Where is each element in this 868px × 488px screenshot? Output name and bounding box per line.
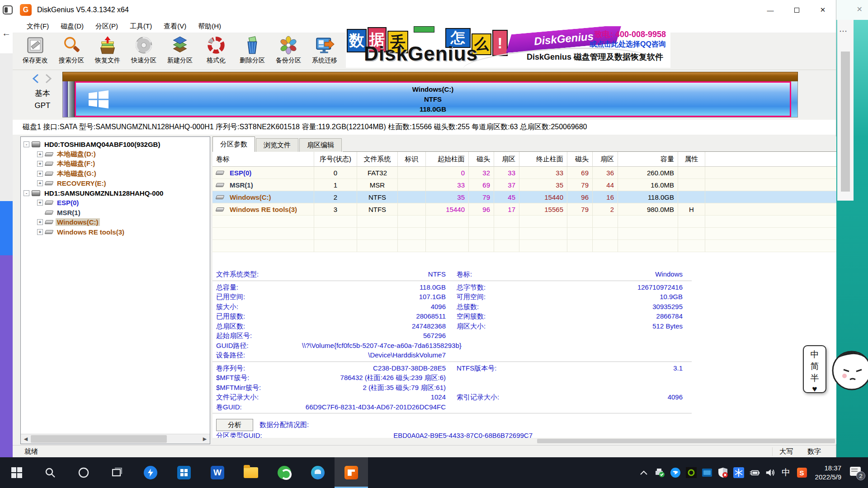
prev-disk-icon[interactable] bbox=[32, 74, 40, 84]
status-bar: 就绪 大写 数字 bbox=[13, 445, 836, 457]
tree-item-local-f[interactable]: + 本地磁盘(F:) bbox=[21, 159, 210, 169]
action-center-button[interactable]: 2 bbox=[850, 466, 863, 479]
tree-expand-icon[interactable]: + bbox=[37, 161, 43, 167]
scrollbar-thumb[interactable] bbox=[537, 439, 835, 443]
app-icon-thunder[interactable] bbox=[134, 457, 167, 488]
windows-start-icon bbox=[11, 467, 23, 479]
quick-partition-button[interactable]: 快速分区 bbox=[126, 33, 162, 70]
security-shield-tray-icon[interactable] bbox=[717, 467, 728, 478]
printer-tray-icon[interactable] bbox=[654, 467, 665, 478]
disk-band bbox=[62, 72, 798, 81]
tree-expand-icon[interactable]: + bbox=[37, 171, 43, 177]
tree-item-msr[interactable]: MSR(1) bbox=[21, 208, 210, 218]
tree-item-label[interactable]: Windows RE tools(3) bbox=[56, 228, 126, 236]
background-scrollbar bbox=[837, 20, 854, 201]
menu-view[interactable]: 查看(V) bbox=[158, 22, 192, 31]
nvidia-tray-icon[interactable] bbox=[686, 467, 697, 478]
tree-horizontal-scrollbar[interactable]: ◀ ▶ bbox=[21, 434, 210, 444]
cortana-button[interactable] bbox=[67, 457, 100, 488]
delete-partition-button[interactable]: 删除分区 bbox=[234, 33, 270, 70]
app-icon-file-explorer[interactable] bbox=[234, 457, 268, 488]
partition-block-esp[interactable] bbox=[63, 81, 68, 117]
scrollbar-thumb[interactable] bbox=[31, 435, 167, 443]
volume-tray-icon[interactable] bbox=[765, 467, 776, 478]
backup-partition-button[interactable]: 备份分区 bbox=[270, 33, 307, 70]
tree-expand-icon[interactable]: + bbox=[37, 219, 43, 225]
menu-tools[interactable]: 工具(T) bbox=[124, 22, 158, 31]
tree-collapse-icon[interactable]: - bbox=[24, 141, 29, 147]
menu-disk[interactable]: 磁盘(D) bbox=[55, 22, 90, 31]
ime-language-tray-icon[interactable]: 中 bbox=[781, 467, 792, 478]
battery-tray-icon[interactable] bbox=[749, 467, 760, 478]
tab-browse-files[interactable]: 浏览文件 bbox=[256, 138, 298, 152]
content-horizontal-scrollbar[interactable] bbox=[212, 438, 836, 444]
new-partition-button[interactable]: 新建分区 bbox=[162, 33, 198, 70]
tree-expand-icon[interactable]: + bbox=[37, 151, 43, 157]
app-icon-diskgenius-active[interactable] bbox=[335, 457, 368, 488]
tree-item-label[interactable]: 本地磁盘(F:) bbox=[56, 160, 96, 168]
dingtalk-tray-icon[interactable] bbox=[670, 467, 681, 478]
tree-item-label[interactable]: ESP(0) bbox=[56, 199, 80, 206]
task-view-button[interactable] bbox=[100, 457, 134, 488]
recover-files-button[interactable]: 恢复文件 bbox=[90, 33, 126, 70]
tree-expand-icon[interactable]: + bbox=[37, 229, 43, 235]
search-partition-button[interactable]: 搜索分区 bbox=[53, 33, 90, 70]
tree-item-label[interactable]: HD0:TOSHIBAMQ04ABF100(932GB) bbox=[43, 141, 161, 148]
tree-item-label[interactable]: RECOVERY(E:) bbox=[56, 179, 108, 187]
app-icon-store[interactable] bbox=[167, 457, 201, 488]
next-disk-icon[interactable] bbox=[44, 74, 52, 84]
partition-icon bbox=[216, 207, 225, 211]
app-icon-360-browser[interactable] bbox=[268, 457, 301, 488]
scroll-right-arrow[interactable]: ▶ bbox=[200, 434, 210, 444]
menu-partition[interactable]: 分区(P) bbox=[90, 22, 124, 31]
tree-collapse-icon[interactable]: - bbox=[24, 190, 29, 196]
partition-block-windows-c[interactable]: Windows(C:) NTFS 118.0GB bbox=[75, 81, 791, 117]
menu-file[interactable]: 文件(F) bbox=[21, 22, 55, 31]
maximize-button[interactable] bbox=[783, 0, 810, 20]
tray-expand-chevron[interactable] bbox=[638, 467, 649, 478]
scroll-left-arrow[interactable]: ◀ bbox=[21, 434, 31, 444]
tree-item-label[interactable]: 本地磁盘(D:) bbox=[56, 150, 97, 159]
system-migration-button[interactable]: 系统迁移 bbox=[307, 33, 343, 70]
ime-status-card[interactable]: 中 简 半 ♥ bbox=[803, 345, 826, 393]
analyze-button[interactable]: 分析 bbox=[216, 419, 253, 431]
minimize-button[interactable]: — bbox=[757, 0, 783, 20]
tree-item-local-d[interactable]: + 本地磁盘(D:) bbox=[21, 150, 210, 160]
tree-item-label[interactable]: HD1:SAMSUNGMZNLN128HAHQ-000 bbox=[43, 189, 165, 197]
tree-item-windows-c[interactable]: + Windows(C:) bbox=[21, 217, 210, 227]
close-button[interactable]: ✕ bbox=[810, 0, 836, 20]
partition-block-msr[interactable] bbox=[68, 81, 75, 117]
format-button[interactable]: 格式化 bbox=[198, 33, 234, 70]
tree-item-windows-re[interactable]: + Windows RE tools(3) bbox=[21, 227, 210, 237]
taskbar-clock[interactable]: 18:37 2022/5/9 bbox=[815, 464, 841, 482]
table-row-windows-re[interactable]: Windows RE tools(3) 3 NTFS 15440 96 17 1… bbox=[212, 203, 836, 216]
tree-item-label[interactable]: 本地磁盘(G:) bbox=[56, 169, 98, 178]
app-icon-word[interactable]: W bbox=[201, 457, 234, 488]
tab-sector-edit[interactable]: 扇区编辑 bbox=[299, 138, 342, 152]
app-icon-edge[interactable] bbox=[301, 457, 335, 488]
taskbar-search-button[interactable] bbox=[33, 457, 67, 488]
tree-item-hd1[interactable]: - HD1:SAMSUNGMZNLN128HAHQ-000 bbox=[21, 188, 210, 198]
allocation-map-label: 数据分配情况图: bbox=[259, 421, 309, 429]
tree-item-recovery-e[interactable]: + RECOVERY(E:) bbox=[21, 178, 210, 188]
start-button[interactable] bbox=[0, 457, 33, 488]
ad-qq-link[interactable]: 或点击此处选择QQ咨询 bbox=[590, 40, 666, 49]
tab-partition-params[interactable]: 分区参数 bbox=[212, 136, 255, 152]
menu-help[interactable]: 帮助(H) bbox=[192, 22, 227, 31]
table-row-esp[interactable]: ESP(0) 0 FAT32 0 32 33 33 69 36 260.0MB bbox=[212, 167, 836, 179]
tree-expand-icon[interactable]: + bbox=[37, 200, 43, 206]
table-row-windows-c-selected[interactable]: Windows(C:) 2 NTFS 35 79 45 15440 96 16 … bbox=[212, 191, 836, 203]
partition-block-re-tools[interactable] bbox=[791, 81, 797, 117]
ad-banner[interactable]: 数 据 丢 怎 么 ! DiskGenius DiskGenius 致电: 40… bbox=[346, 26, 670, 68]
tree-item-label[interactable]: MSR(1) bbox=[56, 209, 82, 216]
tree-item-local-g[interactable]: + 本地磁盘(G:) bbox=[21, 169, 210, 179]
save-changes-button[interactable]: 保存更改 bbox=[17, 33, 53, 70]
tree-item-hd0[interactable]: - HD0:TOSHIBAMQ04ABF100(932GB) bbox=[21, 140, 210, 150]
tree-item-esp[interactable]: + ESP(0) bbox=[21, 198, 210, 208]
intel-graphics-tray-icon[interactable] bbox=[702, 467, 712, 478]
tree-expand-icon[interactable]: + bbox=[37, 180, 43, 186]
tree-item-label-selected[interactable]: Windows(C:) bbox=[56, 218, 100, 226]
sogou-tray-icon[interactable]: S bbox=[797, 467, 807, 478]
table-row-msr[interactable]: MSR(1) 1 MSR 33 69 37 35 79 44 16.0MB bbox=[212, 179, 836, 191]
snowflake-tray-icon[interactable] bbox=[733, 467, 744, 478]
